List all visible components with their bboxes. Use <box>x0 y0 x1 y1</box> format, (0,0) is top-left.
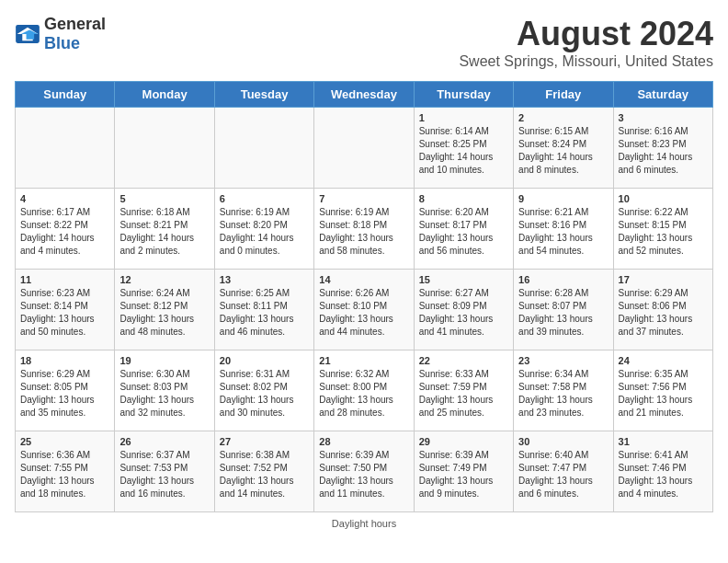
day-header-monday: Monday <box>115 82 214 108</box>
sunrise: Sunrise: 6:39 AM <box>319 450 389 460</box>
sunrise: Sunrise: 6:21 AM <box>518 207 588 217</box>
day-number: 17 <box>619 274 708 285</box>
subtitle: Sweet Springs, Missouri, United States <box>459 53 713 70</box>
sunrise: Sunrise: 6:18 AM <box>119 207 189 217</box>
week-row-3: 11Sunrise: 6:23 AMSunset: 8:14 PMDayligh… <box>16 270 713 350</box>
calendar-cell <box>115 108 214 189</box>
cell-content: Sunrise: 6:21 AMSunset: 8:16 PMDaylight:… <box>518 206 608 258</box>
sunrise: Sunrise: 6:22 AM <box>619 207 688 217</box>
sunset: Sunset: 8:09 PM <box>419 301 487 311</box>
logo-blue: Blue <box>44 34 80 52</box>
sunrise: Sunrise: 6:33 AM <box>419 369 489 379</box>
daylight: Daylight: 13 hours and 37 minutes. <box>619 314 693 337</box>
calendar-cell: 24Sunrise: 6:35 AMSunset: 7:56 PMDayligh… <box>613 350 712 431</box>
calendar-cell: 16Sunrise: 6:28 AMSunset: 8:07 PMDayligh… <box>514 270 613 350</box>
day-number: 22 <box>419 355 508 366</box>
daylight: Daylight: 13 hours and 41 minutes. <box>419 314 494 337</box>
sunrise: Sunrise: 6:38 AM <box>220 450 290 460</box>
cell-content: Sunrise: 6:34 AMSunset: 7:58 PMDaylight:… <box>518 368 608 419</box>
week-row-2: 4Sunrise: 6:17 AMSunset: 8:22 PMDaylight… <box>16 189 713 270</box>
footer-text: Daylight hours <box>332 518 396 529</box>
daylight: Daylight: 14 hours and 8 minutes. <box>518 152 593 175</box>
logo-icon <box>15 25 40 43</box>
cell-content: Sunrise: 6:25 AMSunset: 8:11 PMDaylight:… <box>220 287 309 339</box>
calendar-cell: 21Sunrise: 6:32 AMSunset: 8:00 PMDayligh… <box>314 350 414 431</box>
title-area: August 2024 Sweet Springs, Missouri, Uni… <box>459 15 713 70</box>
calendar-cell: 14Sunrise: 6:26 AMSunset: 8:10 PMDayligh… <box>314 270 414 350</box>
sunset: Sunset: 8:15 PM <box>619 220 687 230</box>
daylight: Daylight: 13 hours and 52 minutes. <box>619 233 693 256</box>
calendar-cell: 11Sunrise: 6:23 AMSunset: 8:14 PMDayligh… <box>16 270 115 350</box>
sunrise: Sunrise: 6:37 AM <box>119 450 189 460</box>
week-row-1: 1Sunrise: 6:14 AMSunset: 8:25 PMDaylight… <box>16 108 713 189</box>
cell-content: Sunrise: 6:33 AMSunset: 7:59 PMDaylight:… <box>419 368 508 419</box>
day-number: 25 <box>20 436 109 447</box>
cell-content: Sunrise: 6:15 AMSunset: 8:24 PMDaylight:… <box>518 125 608 177</box>
daylight: Daylight: 13 hours and 18 minutes. <box>20 476 95 499</box>
cell-content: Sunrise: 6:30 AMSunset: 8:03 PMDaylight:… <box>119 368 209 419</box>
calendar-cell: 3Sunrise: 6:16 AMSunset: 8:23 PMDaylight… <box>613 108 712 189</box>
day-number: 14 <box>319 274 408 285</box>
day-number: 30 <box>518 436 608 447</box>
daylight: Daylight: 14 hours and 4 minutes. <box>20 233 95 256</box>
cell-content: Sunrise: 6:36 AMSunset: 7:55 PMDaylight:… <box>20 449 109 500</box>
sunset: Sunset: 8:07 PM <box>518 301 586 311</box>
sunset: Sunset: 8:21 PM <box>119 220 188 230</box>
sunset: Sunset: 8:22 PM <box>20 220 88 230</box>
sunset: Sunset: 8:06 PM <box>619 301 687 311</box>
calendar-cell: 2Sunrise: 6:15 AMSunset: 8:24 PMDaylight… <box>514 108 613 189</box>
calendar-cell <box>314 108 414 189</box>
sunset: Sunset: 8:23 PM <box>619 139 687 149</box>
sunset: Sunset: 8:16 PM <box>518 220 586 230</box>
sunrise: Sunrise: 6:24 AM <box>119 288 189 298</box>
sunset: Sunset: 8:14 PM <box>20 301 88 311</box>
daylight: Daylight: 14 hours and 0 minutes. <box>220 233 294 256</box>
calendar-cell: 6Sunrise: 6:19 AMSunset: 8:20 PMDaylight… <box>214 189 313 270</box>
day-header-thursday: Thursday <box>414 82 513 108</box>
daylight: Daylight: 13 hours and 11 minutes. <box>319 476 393 499</box>
day-number: 26 <box>119 436 209 447</box>
sunset: Sunset: 8:10 PM <box>319 301 387 311</box>
sunset: Sunset: 7:55 PM <box>20 463 88 473</box>
calendar-cell: 8Sunrise: 6:20 AMSunset: 8:17 PMDaylight… <box>414 189 513 270</box>
sunrise: Sunrise: 6:29 AM <box>20 369 90 379</box>
week-row-4: 18Sunrise: 6:29 AMSunset: 8:05 PMDayligh… <box>16 350 713 431</box>
sunrise: Sunrise: 6:27 AM <box>419 288 489 298</box>
sunrise: Sunrise: 6:28 AM <box>518 288 588 298</box>
day-header-sunday: Sunday <box>16 82 115 108</box>
sunrise: Sunrise: 6:31 AM <box>220 369 290 379</box>
daylight: Daylight: 13 hours and 9 minutes. <box>419 476 494 499</box>
sunset: Sunset: 8:24 PM <box>518 139 586 149</box>
daylight: Daylight: 13 hours and 28 minutes. <box>319 395 393 418</box>
footer-note: Daylight hours <box>15 518 713 529</box>
daylight: Daylight: 13 hours and 25 minutes. <box>419 395 494 418</box>
cell-content: Sunrise: 6:16 AMSunset: 8:23 PMDaylight:… <box>619 125 708 177</box>
sunrise: Sunrise: 6:32 AM <box>319 369 389 379</box>
cell-content: Sunrise: 6:29 AMSunset: 8:06 PMDaylight:… <box>619 287 708 339</box>
sunset: Sunset: 8:20 PM <box>220 220 288 230</box>
calendar-cell: 27Sunrise: 6:38 AMSunset: 7:52 PMDayligh… <box>214 431 313 512</box>
day-number: 29 <box>419 436 508 447</box>
daylight: Daylight: 13 hours and 4 minutes. <box>619 476 693 499</box>
day-number: 5 <box>119 193 209 204</box>
day-number: 1 <box>419 112 508 123</box>
daylight: Daylight: 13 hours and 56 minutes. <box>419 233 494 256</box>
calendar-cell: 29Sunrise: 6:39 AMSunset: 7:49 PMDayligh… <box>414 431 513 512</box>
daylight: Daylight: 13 hours and 46 minutes. <box>220 314 294 337</box>
sunset: Sunset: 7:59 PM <box>419 382 487 392</box>
daylight: Daylight: 13 hours and 32 minutes. <box>119 395 194 418</box>
daylight: Daylight: 14 hours and 6 minutes. <box>619 152 693 175</box>
header-row: SundayMondayTuesdayWednesdayThursdayFrid… <box>16 82 713 108</box>
daylight: Daylight: 13 hours and 30 minutes. <box>220 395 294 418</box>
cell-content: Sunrise: 6:26 AMSunset: 8:10 PMDaylight:… <box>319 287 408 339</box>
daylight: Daylight: 13 hours and 6 minutes. <box>518 476 593 499</box>
cell-content: Sunrise: 6:23 AMSunset: 8:14 PMDaylight:… <box>20 287 109 339</box>
cell-content: Sunrise: 6:32 AMSunset: 8:00 PMDaylight:… <box>319 368 408 419</box>
sunrise: Sunrise: 6:19 AM <box>220 207 290 217</box>
day-header-wednesday: Wednesday <box>314 82 414 108</box>
day-number: 27 <box>220 436 309 447</box>
cell-content: Sunrise: 6:14 AMSunset: 8:25 PMDaylight:… <box>419 125 508 177</box>
sunrise: Sunrise: 6:39 AM <box>419 450 489 460</box>
sunrise: Sunrise: 6:29 AM <box>619 288 688 298</box>
sunrise: Sunrise: 6:35 AM <box>619 369 688 379</box>
